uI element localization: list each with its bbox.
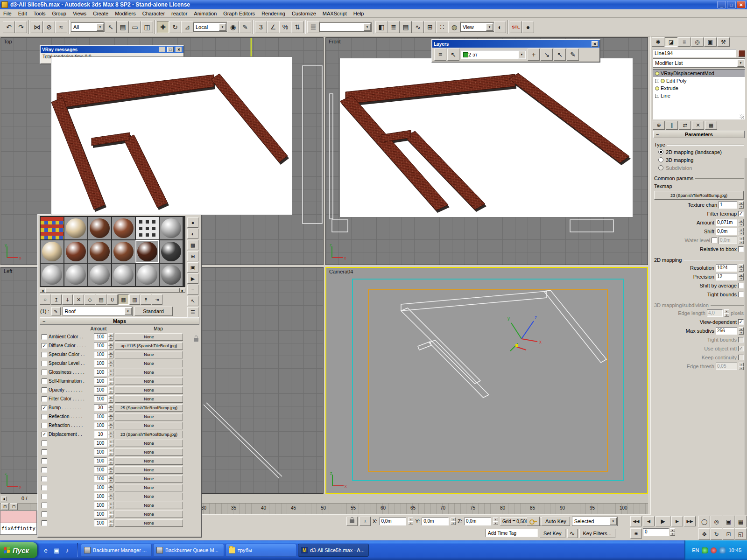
spin-up-icon[interactable]: ▲ [724, 309, 729, 313]
remove-modifier-button[interactable]: ✕ [692, 121, 704, 130]
modifier-list-select[interactable]: Modifier List ▼ [653, 58, 745, 68]
previous-frame-button[interactable]: ◀ [643, 516, 655, 526]
map-amount-field[interactable]: 100 [94, 378, 107, 385]
go-to-parent-button[interactable]: ↟ [141, 294, 151, 305]
time-slider-left-icon[interactable]: ◀ [1, 497, 7, 501]
spin-up-icon[interactable]: ▲ [108, 360, 113, 364]
spin-down-icon[interactable]: ▼ [739, 240, 744, 244]
snap-toggle-button[interactable]: 3 [255, 21, 267, 33]
map-amount-field[interactable]: 10 [94, 431, 107, 438]
spin-up-icon[interactable]: ▲ [108, 378, 113, 381]
spin-down-icon[interactable]: ▼ [739, 223, 744, 226]
next-frame-button[interactable]: ▶ [671, 516, 683, 526]
mirror-button[interactable]: ◧ [375, 21, 388, 33]
reset-map-button[interactable]: ✕ [73, 294, 84, 305]
select-by-name-button[interactable]: ▤ [117, 21, 129, 33]
material-map-navigator-button[interactable]: ☰ [187, 307, 198, 317]
configure-modifier-sets-button[interactable]: ▦ [705, 121, 717, 130]
select-and-scale-button[interactable]: ⊿ [181, 21, 193, 33]
map-amount-field[interactable]: 100 [94, 422, 107, 429]
precision-field[interactable]: 12 [716, 273, 737, 280]
map-amount-spinner[interactable]: ▲▼ [108, 519, 113, 527]
spin-down-icon[interactable]: ▼ [739, 231, 744, 235]
zoom-button[interactable]: ◯ [698, 516, 710, 527]
vray-messages-titlebar[interactable]: VRay messages _ □ ✕ [41, 46, 183, 53]
current-frame-field[interactable]: 0 [643, 528, 669, 536]
map-amount-spinner[interactable]: ▲▼ [108, 378, 113, 385]
map-slot-button[interactable]: None [115, 333, 183, 341]
spin-up-icon[interactable]: ▲ [108, 333, 113, 337]
auto-key-button[interactable]: Auto Key [542, 517, 570, 526]
map-amount-spinner[interactable]: ▲▼ [108, 404, 113, 412]
command-panel-scrollbar[interactable] [745, 158, 747, 515]
scrollbar-thumb[interactable] [45, 288, 180, 293]
texture-chan-field[interactable]: 1 [719, 201, 737, 209]
spin-down-icon[interactable]: ▼ [739, 277, 744, 280]
mini-listener-button-1[interactable]: ⊞ [1, 503, 9, 510]
select-and-move-button[interactable]: ✚ [157, 21, 169, 33]
spin-down-icon[interactable]: ▼ [108, 346, 113, 350]
spin-up-icon[interactable]: ▲ [108, 511, 113, 514]
map-slot-button[interactable]: None [115, 493, 183, 500]
material-slot-1[interactable] [40, 217, 64, 240]
key-filters-button[interactable]: Key Filters... [579, 529, 615, 538]
edit-named-selections-button[interactable]: ☰ [307, 21, 319, 33]
map-enable-checkbox[interactable] [42, 476, 47, 482]
map-amount-spinner[interactable]: ▲▼ [108, 422, 113, 429]
tab-modify[interactable]: ◪ [665, 37, 677, 47]
map-enable-checkbox[interactable] [42, 423, 47, 428]
spinner-snap-button[interactable]: ⇅ [291, 21, 303, 33]
sample-slots-scrollbar[interactable]: ◀ ▶ [40, 287, 185, 293]
viewport-camera04[interactable]: Camera04 y z x xz [325, 267, 648, 494]
spin-down-icon[interactable]: ▼ [108, 399, 113, 403]
quick-render-button[interactable]: ● [522, 21, 534, 33]
material-options-button[interactable]: ≡ [187, 285, 198, 295]
map-amount-field[interactable]: 100 [94, 342, 107, 349]
select-and-rotate-button[interactable]: ↻ [169, 21, 181, 33]
spin-up-icon[interactable]: ▲ [739, 264, 744, 268]
map-enable-checkbox[interactable] [42, 414, 47, 420]
chevron-down-icon[interactable]: ▼ [518, 51, 525, 58]
spin-down-icon[interactable]: ▼ [108, 479, 113, 483]
spin-up-icon[interactable]: ▲ [108, 386, 113, 390]
spin-up-icon[interactable]: ▲ [739, 219, 744, 223]
map-slot-button[interactable]: None [115, 395, 183, 403]
map-enable-checkbox[interactable]: ✓ [42, 432, 47, 437]
get-material-button[interactable]: ○ [40, 294, 50, 305]
spin-up-icon[interactable]: ▲ [108, 466, 113, 470]
material-slot-4[interactable] [112, 217, 135, 240]
sample-uv-tiling-button[interactable]: ⊞ [187, 251, 198, 261]
spin-up-icon[interactable]: ▲ [739, 363, 744, 366]
listener-macro-row[interactable] [0, 511, 37, 523]
map-amount-field[interactable]: 100 [94, 360, 107, 367]
z-coord-field[interactable]: 0,0m [464, 518, 491, 525]
map-enable-checkbox[interactable] [42, 520, 47, 526]
map-amount-spinner[interactable]: ▲▼ [108, 493, 113, 500]
spin-up-icon[interactable]: ▲ [108, 519, 113, 523]
spin-down-icon[interactable]: ▼ [108, 452, 113, 456]
map-amount-field[interactable]: 100 [94, 333, 107, 340]
taskbar-button-1[interactable]: Backburner Manager ... [81, 544, 152, 557]
material-editor-button[interactable]: ∷ [436, 21, 448, 33]
spin-up-icon[interactable]: ▲ [739, 237, 744, 240]
taskbar-button-2[interactable]: Backburner Queue M... [153, 544, 224, 557]
spin-down-icon[interactable]: ▼ [451, 521, 456, 525]
relative-bbox-checkbox[interactable] [738, 246, 744, 252]
align-button[interactable]: ≣ [388, 21, 400, 33]
arc-rotate-button[interactable]: ↻ [711, 528, 722, 540]
spin-down-icon[interactable]: ▼ [670, 532, 675, 536]
map-slot-button[interactable]: None [115, 351, 183, 358]
modifier-bulb-icon[interactable] [661, 79, 665, 83]
render-type-select[interactable]: View▼ [460, 22, 494, 32]
spin-up-icon[interactable]: ▲ [108, 448, 113, 452]
spin-up-icon[interactable]: ▲ [108, 369, 113, 372]
max-subdivs-spinner[interactable]: ▲▼ [739, 327, 744, 335]
zoom-all-button[interactable]: ◎ [711, 516, 722, 527]
chevron-down-icon[interactable]: ▼ [125, 308, 132, 315]
chevron-down-icon[interactable]: ▼ [97, 23, 104, 31]
menu-edit[interactable]: Edit [15, 10, 30, 17]
x-coord-spinner[interactable]: ▲▼ [408, 518, 413, 525]
selection-filter-select[interactable]: All▼ [71, 22, 105, 32]
minimize-button[interactable]: _ [717, 1, 726, 8]
layer-manager-button[interactable]: ▤ [400, 21, 412, 33]
